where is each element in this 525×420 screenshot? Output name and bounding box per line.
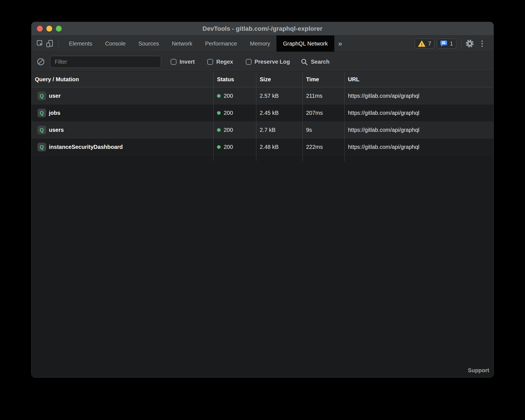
panel-tabs: ElementsConsoleSourcesNetworkPerformance… — [63, 35, 334, 52]
clear-requests-button[interactable] — [35, 56, 46, 67]
status-ok-dot — [217, 94, 221, 98]
query-name: instanceSecurityDashboard — [49, 144, 123, 150]
query-name: user — [49, 93, 61, 99]
checkbox-label: Regex — [216, 59, 233, 65]
column-header-query[interactable]: Query / Mutation — [32, 72, 214, 87]
column-header-time[interactable]: Time — [303, 72, 345, 87]
size-cell: 2.7 kB — [256, 121, 303, 139]
request-row-users[interactable]: Qusers2002.7 kB9shttps://gitlab.com/api/… — [32, 121, 493, 139]
tabbar-divider — [58, 40, 59, 47]
inspect-element-button[interactable] — [35, 39, 45, 48]
search-label: Search — [311, 59, 330, 65]
status-cell: 200 — [214, 87, 256, 104]
status-code: 200 — [224, 93, 233, 99]
url-cell: https://gitlab.com/api/graphql — [345, 121, 493, 139]
devtools-tabbar: ElementsConsoleSourcesNetworkPerformance… — [32, 35, 493, 52]
device-toolbar-icon — [46, 39, 54, 48]
size-cell: 2.45 kB — [256, 104, 303, 121]
warning-count: 7 — [428, 40, 431, 47]
status-ok-dot — [217, 128, 221, 132]
settings-gear-button[interactable] — [465, 39, 474, 48]
warnings-button[interactable]: 7 — [415, 39, 435, 49]
size-cell: 2.48 kB — [256, 139, 303, 156]
block-icon — [37, 58, 45, 66]
status-cell: 200 — [214, 121, 256, 139]
checkbox-label: Preserve Log — [255, 59, 290, 65]
query-cell: Quser — [32, 87, 214, 104]
message-icon — [440, 40, 447, 47]
titlebar: DevTools - gitlab.com/-/graphql-explorer — [32, 22, 493, 35]
status-ok-dot — [217, 111, 221, 115]
empty-content-area: Support — [32, 161, 493, 377]
invert-checkbox[interactable]: Invert — [171, 59, 195, 65]
time-cell: 9s — [303, 121, 345, 139]
tab-network[interactable]: Network — [165, 35, 199, 52]
request-list: Quser2002.57 kB211mshttps://gitlab.com/a… — [32, 87, 493, 156]
request-row-instancesecuritydashboard[interactable]: QinstanceSecurityDashboard2002.48 kB222m… — [32, 139, 493, 156]
request-row-user[interactable]: Quser2002.57 kB211mshttps://gitlab.com/a… — [32, 87, 493, 104]
kebab-dot — [481, 46, 483, 47]
tab-console[interactable]: Console — [99, 35, 132, 52]
url-cell: https://gitlab.com/api/graphql — [345, 139, 493, 156]
device-toolbar-button[interactable] — [45, 39, 54, 48]
url-cell: https://gitlab.com/api/graphql — [345, 87, 493, 104]
query-type-badge: Q — [37, 126, 46, 134]
tab-memory[interactable]: Memory — [244, 35, 276, 52]
url-cell: https://gitlab.com/api/graphql — [345, 104, 493, 121]
checkbox-label: Invert — [180, 59, 195, 65]
filter-input[interactable] — [50, 56, 161, 68]
support-link[interactable]: Support — [468, 367, 489, 374]
status-cell: 200 — [214, 104, 256, 121]
column-divider-stubs — [32, 156, 493, 161]
status-code: 200 — [224, 127, 233, 133]
query-cell: QinstanceSecurityDashboard — [32, 139, 214, 156]
request-row-jobs[interactable]: Qjobs2002.45 kB207mshttps://gitlab.com/a… — [32, 104, 493, 121]
tab-graphql-network[interactable]: GraphQL Network — [276, 35, 334, 52]
issues-button[interactable]: 1 — [437, 39, 456, 49]
time-cell: 211ms — [303, 87, 345, 104]
column-header-status[interactable]: Status — [214, 72, 256, 87]
regex-checkbox[interactable]: Regex — [207, 59, 233, 65]
devtools-window: DevTools - gitlab.com/-/graphql-explorer… — [31, 22, 494, 378]
query-cell: Qusers — [32, 121, 214, 139]
desktop-background: DevTools - gitlab.com/-/graphql-explorer… — [0, 0, 525, 420]
inspect-cursor-icon — [36, 39, 44, 48]
status-cell: 200 — [214, 139, 256, 156]
tabbar-divider-right — [461, 40, 462, 47]
status-code: 200 — [224, 110, 233, 116]
query-cell: Qjobs — [32, 104, 214, 121]
size-cell: 2.57 kB — [256, 87, 303, 104]
filter-toolbar: InvertRegexPreserve Log Search — [32, 52, 493, 72]
query-name: jobs — [49, 110, 60, 116]
column-header-size[interactable]: Size — [256, 72, 303, 87]
checkbox-box[interactable] — [171, 59, 176, 65]
time-cell: 222ms — [303, 139, 345, 156]
status-ok-dot — [217, 145, 221, 149]
column-header-url[interactable]: URL — [345, 72, 493, 87]
checkbox-box[interactable] — [246, 59, 252, 65]
query-type-badge: Q — [37, 92, 46, 100]
tab-elements[interactable]: Elements — [63, 35, 99, 52]
checkbox-box[interactable] — [207, 59, 213, 65]
issue-count: 1 — [450, 40, 453, 47]
window-title: DevTools - gitlab.com/-/graphql-explorer — [32, 22, 493, 35]
query-name: users — [49, 127, 64, 133]
query-type-badge: Q — [37, 143, 46, 151]
search-icon — [300, 58, 308, 66]
kebab-dot — [481, 40, 483, 42]
table-header: Query / Mutation Status Size Time URL — [32, 72, 493, 87]
tab-sources[interactable]: Sources — [132, 35, 165, 52]
search-button[interactable]: Search — [300, 58, 330, 66]
gear-icon — [465, 39, 474, 48]
query-type-badge: Q — [37, 109, 46, 117]
filter-options: InvertRegexPreserve Log — [171, 59, 290, 65]
time-cell: 207ms — [303, 104, 345, 121]
kebab-dot — [481, 43, 483, 44]
more-options-button[interactable] — [477, 39, 487, 48]
preserve-log-checkbox[interactable]: Preserve Log — [246, 59, 290, 65]
more-tabs-button[interactable]: » — [335, 40, 345, 47]
status-code: 200 — [224, 144, 233, 150]
tab-performance[interactable]: Performance — [199, 35, 244, 52]
warning-icon — [418, 40, 426, 47]
